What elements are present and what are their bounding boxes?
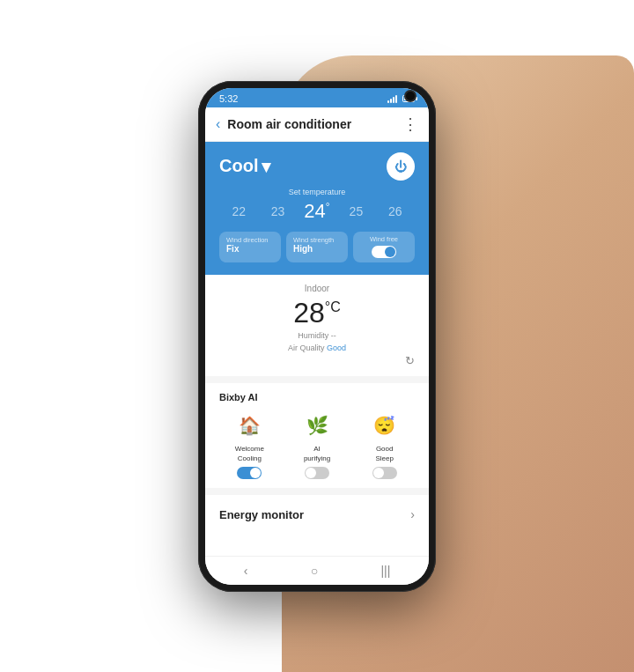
power-button[interactable]: ⏻ [387, 152, 415, 181]
bixby-items: 🏠 WelcomeCooling 🌿 AIpurifying [219, 410, 415, 479]
top-nav: ‹ Room air conditioner ⋮ [205, 107, 429, 142]
bottom-nav: ‹ ○ ||| [205, 556, 429, 585]
good-sleep-toggle[interactable] [372, 467, 397, 479]
good-sleep-icon: 😴 [369, 410, 401, 441]
wind-direction-control[interactable]: Wind direction Fix [219, 232, 281, 262]
good-sleep-knob [373, 468, 384, 478]
energy-monitor-arrow: › [410, 507, 415, 521]
welcome-cooling-toggle[interactable] [237, 467, 262, 479]
temperature-selector: 22 23 24° 25 26 [219, 200, 415, 223]
wind-free-toggle[interactable] [372, 246, 396, 258]
refresh-row: ↻ [219, 354, 415, 367]
nav-recent-button[interactable]: ||| [380, 564, 390, 578]
energy-monitor-label: Energy monitor [219, 508, 304, 521]
phone-screen: 5:32 ‹ [205, 88, 429, 585]
bixby-item-welcome-cooling: 🏠 WelcomeCooling [219, 410, 280, 479]
wind-direction-label: Wind direction [226, 236, 274, 244]
wind-controls: Wind direction Fix Wind strength High Wi… [219, 232, 415, 262]
mode-selector[interactable]: Cool ▾ [219, 156, 270, 177]
wind-free-control[interactable]: Wind free [353, 232, 415, 262]
welcome-cooling-knob [250, 468, 261, 478]
more-button[interactable]: ⋮ [402, 114, 418, 134]
humidity-text: Humidity -- [219, 329, 415, 342]
temp-23[interactable]: 23 [258, 204, 297, 218]
temp-26[interactable]: 26 [376, 204, 415, 218]
phone-wrapper: 5:32 ‹ [198, 81, 436, 592]
indoor-title: Indoor [219, 284, 415, 293]
nav-back-button[interactable]: ‹ [244, 564, 248, 578]
signal-icon [387, 94, 397, 103]
mode-arrow: ▾ [262, 156, 270, 177]
temp-22[interactable]: 22 [219, 204, 258, 218]
indoor-temp-unit: °C [325, 299, 341, 314]
status-bar: 5:32 [205, 88, 429, 107]
good-sleep-label: GoodSleep [375, 445, 393, 463]
welcome-cooling-icon: 🏠 [233, 410, 265, 441]
energy-monitor-row[interactable]: Energy monitor › [205, 495, 429, 534]
set-temp-label: Set temperature [219, 188, 415, 196]
scene: 5:32 ‹ [0, 0, 634, 672]
wind-strength-value: High [293, 244, 341, 254]
control-area: Cool ▾ ⏻ Set temperature 22 23 24° 25 2 [205, 142, 429, 275]
indoor-section: Indoor 28°C Humidity -- Air Quality Good… [205, 275, 429, 384]
bixby-item-ai-purifying: 🌿 AIpurifying [287, 410, 348, 479]
wind-strength-control[interactable]: Wind strength High [286, 232, 348, 262]
phone-device: 5:32 ‹ [198, 81, 436, 592]
refresh-icon[interactable]: ↻ [405, 354, 415, 367]
temp-24-active[interactable]: 24° [298, 200, 336, 223]
status-time: 5:32 [219, 93, 238, 104]
indoor-temp-value: 28 [293, 297, 325, 329]
indoor-temperature: 28°C [219, 297, 415, 329]
wind-free-toggle-knob [385, 247, 395, 257]
power-icon: ⏻ [394, 159, 407, 174]
camera-notch [404, 90, 417, 102]
bixby-item-good-sleep: 😴 GoodSleep [354, 410, 415, 479]
air-quality-row: Air Quality Good [219, 342, 415, 354]
mode-text: Cool [219, 156, 258, 176]
mode-row: Cool ▾ ⏻ [219, 152, 415, 181]
nav-home-button[interactable]: ○ [311, 564, 318, 578]
air-quality-label: Air Quality [288, 343, 325, 352]
ai-purifying-icon: 🌿 [301, 410, 333, 441]
ai-purifying-knob [306, 468, 316, 478]
ai-purifying-toggle[interactable] [305, 467, 329, 479]
ai-purifying-label: AIpurifying [304, 445, 330, 463]
air-quality-value: Good [327, 343, 346, 352]
wind-free-label: Wind free [370, 235, 398, 243]
temp-25[interactable]: 25 [336, 204, 375, 218]
back-button[interactable]: ‹ [216, 116, 220, 132]
bixby-title: Bixby AI [219, 392, 415, 402]
wind-direction-value: Fix [226, 244, 274, 254]
bixby-section: Bixby AI 🏠 WelcomeCooling 🌿 AIpurifying [205, 383, 429, 495]
indoor-meta: Humidity -- Air Quality Good [219, 329, 415, 355]
wind-strength-label: Wind strength [293, 236, 341, 244]
page-title: Room air conditioner [227, 117, 402, 131]
welcome-cooling-label: WelcomeCooling [235, 445, 264, 463]
